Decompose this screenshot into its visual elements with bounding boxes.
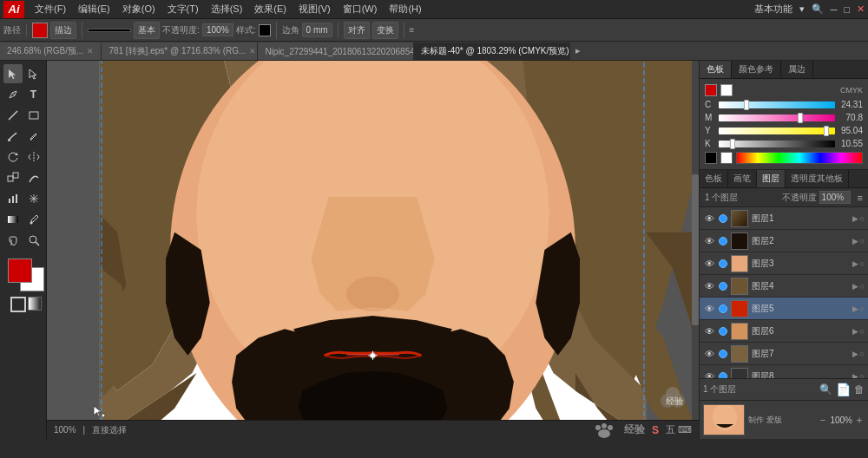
scale-tool[interactable] bbox=[3, 168, 23, 187]
color-tab[interactable]: 色板 bbox=[700, 61, 732, 78]
layer-5-visibility[interactable]: 👁 bbox=[703, 303, 715, 315]
layer-row-6[interactable]: 👁 图层6 ▶ ○ bbox=[700, 320, 868, 343]
layer-4-lock[interactable]: ○ bbox=[860, 282, 865, 291]
transparency-tab[interactable]: 透明度其他板 bbox=[786, 170, 849, 187]
tab-2[interactable]: Nipic_27299441_20180613220206854088.ai* … bbox=[258, 43, 414, 60]
opacity-input[interactable] bbox=[202, 23, 233, 36]
line-tool[interactable] bbox=[3, 106, 23, 125]
tab-3[interactable]: 未标题-40* @ 1803.29% (CMYK/预览) ✕ bbox=[414, 43, 570, 60]
layer-row-3[interactable]: 👁 图层3 ▶ ○ bbox=[700, 252, 868, 275]
layer-2-lock[interactable]: ○ bbox=[860, 237, 865, 245]
menu-effect[interactable]: 效果(E) bbox=[249, 1, 292, 17]
channel-c-slider[interactable] bbox=[719, 101, 835, 108]
layer-3-lock[interactable]: ○ bbox=[860, 259, 865, 268]
tab-0-close[interactable]: ✕ bbox=[87, 47, 94, 56]
layers-menu-btn[interactable]: ≡ bbox=[858, 193, 863, 203]
layer-7-visibility[interactable]: 👁 bbox=[703, 348, 715, 360]
layer-4-visibility[interactable]: 👁 bbox=[703, 280, 715, 292]
direct-select-tool[interactable] bbox=[24, 64, 43, 83]
active-color-swatch[interactable] bbox=[705, 84, 717, 96]
layer-6-lock[interactable]: ○ bbox=[860, 327, 865, 336]
none-fill-btn[interactable] bbox=[10, 297, 26, 312]
layer-1-lock[interactable]: ○ bbox=[860, 214, 865, 223]
zoom-tool[interactable] bbox=[24, 231, 43, 250]
layer-row-8[interactable]: 👁 图层8 ▶ ○ bbox=[700, 365, 868, 378]
restore-btn[interactable]: □ bbox=[844, 4, 850, 15]
channel-y-slider[interactable] bbox=[719, 128, 835, 134]
minimize-btn[interactable]: ─ bbox=[831, 4, 838, 15]
layer-3-expand[interactable]: ▶ bbox=[852, 259, 858, 268]
color-gradient-bar[interactable] bbox=[736, 152, 863, 164]
layer-row-4[interactable]: 👁 图层4 ▶ ○ bbox=[700, 275, 868, 298]
edge-value[interactable]: 0 mm bbox=[302, 23, 332, 37]
workspace-dropdown-icon[interactable]: ▾ bbox=[799, 3, 805, 15]
rect-tool[interactable] bbox=[24, 106, 43, 125]
layer-5-expand[interactable]: ▶ bbox=[852, 304, 858, 313]
menu-text[interactable]: 文字(T) bbox=[162, 1, 204, 17]
layer-row-7[interactable]: 👁 图层7 ▶ ○ bbox=[700, 343, 868, 365]
zoom-in-btn[interactable]: ＋ bbox=[854, 413, 865, 428]
channel-k-slider[interactable] bbox=[719, 141, 835, 147]
hand-tool[interactable] bbox=[3, 231, 23, 250]
menu-view[interactable]: 视图(V) bbox=[293, 1, 336, 17]
white-swatch[interactable] bbox=[720, 152, 733, 164]
layer-2-visibility[interactable]: 👁 bbox=[703, 235, 715, 247]
zoom-out-btn[interactable]: － bbox=[818, 413, 828, 428]
select-tool[interactable] bbox=[3, 64, 23, 83]
channel-c-thumb[interactable] bbox=[744, 100, 749, 110]
stroke-tab[interactable]: 属边 bbox=[781, 61, 813, 78]
tab-0[interactable]: 246.68% (RGB/预... ✕ bbox=[0, 43, 102, 60]
menu-edit[interactable]: 编辑(E) bbox=[73, 1, 115, 17]
gradient-fill-btn[interactable] bbox=[28, 297, 42, 311]
layer-5-lock[interactable]: ○ bbox=[860, 304, 865, 313]
channel-m-slider[interactable] bbox=[719, 114, 835, 121]
close-btn[interactable]: ✕ bbox=[857, 3, 865, 15]
layer-3-visibility[interactable]: 👁 bbox=[703, 258, 715, 270]
transform-btn[interactable]: 变换 bbox=[372, 22, 398, 39]
menu-object[interactable]: 对象(O) bbox=[117, 1, 161, 17]
opacity-header-input[interactable] bbox=[819, 191, 851, 204]
layer-row-2[interactable]: 👁 图层2 ▶ ○ bbox=[700, 230, 868, 252]
swatches-tab[interactable]: 色板 bbox=[700, 170, 728, 187]
layer-7-lock[interactable]: ○ bbox=[860, 350, 865, 358]
pencil-tool[interactable] bbox=[24, 127, 43, 146]
vertical-scrollbar[interactable] bbox=[692, 61, 699, 439]
brush-selector[interactable]: 基本 bbox=[134, 22, 160, 39]
channel-m-thumb[interactable] bbox=[798, 113, 803, 123]
layer-6-visibility[interactable]: 👁 bbox=[703, 325, 715, 337]
mesh-tool[interactable] bbox=[24, 189, 43, 208]
new-layer-btn[interactable]: 📄 bbox=[836, 383, 851, 396]
delete-layer-btn[interactable]: 🗑 bbox=[854, 383, 865, 396]
layer-8-lock[interactable]: ○ bbox=[860, 372, 865, 379]
layer-search-btn[interactable]: 🔍 bbox=[819, 383, 832, 396]
pen-tool[interactable] bbox=[3, 85, 23, 104]
layer-1-expand[interactable]: ▶ bbox=[852, 214, 858, 223]
align-btn[interactable]: 对齐 bbox=[344, 22, 370, 39]
layer-1-visibility[interactable]: 👁 bbox=[703, 213, 715, 225]
layer-row-1[interactable]: 👁 图层1 ▶ ○ bbox=[700, 207, 868, 230]
layer-2-expand[interactable]: ▶ bbox=[852, 237, 858, 245]
tab-1-close[interactable]: ✕ bbox=[249, 47, 256, 56]
search-icon[interactable]: 🔍 bbox=[812, 3, 824, 15]
rotate-tool[interactable] bbox=[3, 147, 23, 167]
menu-window[interactable]: 窗口(W) bbox=[338, 1, 383, 17]
gradient-tool[interactable] bbox=[3, 210, 23, 229]
channel-k-thumb[interactable] bbox=[730, 139, 735, 149]
menu-help[interactable]: 帮助(H) bbox=[384, 1, 426, 17]
canvas-background[interactable] bbox=[47, 61, 699, 439]
color-guide-tab[interactable]: 颜色参考 bbox=[732, 61, 781, 78]
tab-1[interactable]: 781 [转换].eps* @ 1716.83% (RG... ✕ bbox=[102, 43, 258, 60]
style-color-box[interactable] bbox=[259, 24, 271, 36]
scroll-thumb-vertical[interactable] bbox=[692, 174, 699, 325]
layer-8-visibility[interactable]: 👁 bbox=[703, 370, 715, 379]
channel-y-thumb[interactable] bbox=[824, 126, 829, 136]
layer-6-expand[interactable]: ▶ bbox=[852, 327, 858, 336]
graph-tool[interactable] bbox=[3, 189, 23, 208]
paintbrush-tool[interactable] bbox=[3, 127, 23, 146]
stroke-color-box[interactable] bbox=[32, 23, 48, 38]
layer-8-expand[interactable]: ▶ bbox=[852, 372, 858, 379]
foreground-color-box[interactable] bbox=[8, 258, 32, 283]
inactive-color-swatch[interactable] bbox=[720, 84, 733, 96]
black-swatch[interactable] bbox=[705, 152, 717, 164]
tab-overflow-btn[interactable]: ▸ bbox=[570, 45, 586, 56]
